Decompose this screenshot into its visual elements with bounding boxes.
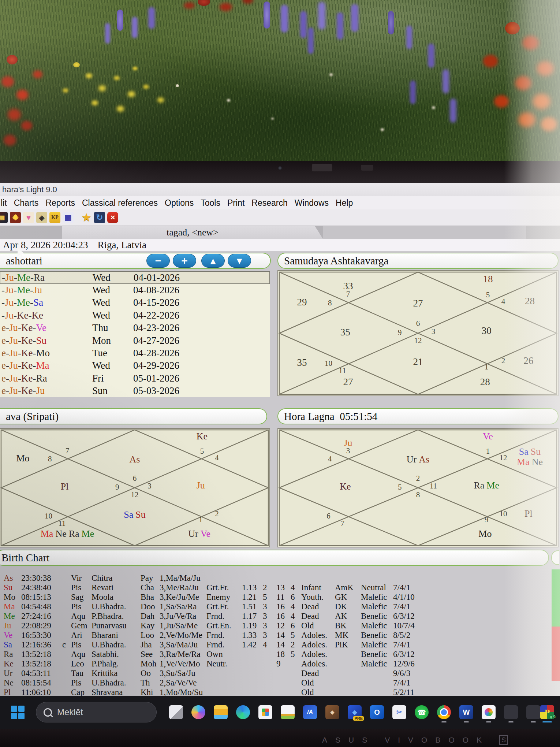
dasha-row[interactable]: e-Ju-Ke-MaWed04-29-2026 (0, 360, 270, 372)
menu-item-windows[interactable]: Windows (295, 198, 329, 208)
start-button[interactable] (10, 705, 25, 720)
dasha-row[interactable]: -Ju-Me-JuWed04-08-2026 (0, 284, 270, 296)
close-icon[interactable]: ✕ (107, 212, 118, 223)
dasha-row[interactable]: e-Ju-Ke-SuMon04-27-2026 (0, 334, 270, 347)
taskbar-search[interactable]: Meklēt (36, 702, 157, 722)
dasha-list[interactable]: -Ju-Me-RaWed04-01-2026-Ju-Me-JuWed04-08-… (0, 271, 270, 397)
edge-icon[interactable] (236, 705, 250, 719)
menu-item-tools[interactable]: Tools (201, 198, 220, 208)
birth-row-ra: Ra13:52:18AquSatabhi.See3,Ra/Me/RaOwn185… (0, 650, 432, 659)
dasha-row[interactable]: -Ju-Me-SaWed04-15-2026 (0, 297, 270, 309)
menu-item-help[interactable]: Help (336, 198, 353, 208)
pre-app-icon[interactable]: ◆PRE (348, 705, 362, 719)
side-meter-red-bar (552, 627, 560, 681)
dasha-day: Wed (92, 310, 133, 321)
menu-item-lit[interactable]: lit (1, 198, 7, 208)
house-10-value: 30 (482, 325, 492, 337)
purple-lupines-2 (264, 1, 270, 29)
taskbar-tray: P9.0127 (540, 705, 560, 719)
dasha-date: 05-03-2026 (133, 385, 270, 397)
chart-dark-icon[interactable]: ▦ (0, 212, 8, 223)
dasha-row[interactable]: e-Ju-Ke-VeThu04-23-2026 (0, 322, 270, 334)
house-7-sign: 8 (416, 490, 420, 499)
dasha-day: Wed (92, 360, 133, 371)
kp-icon[interactable]: KP (49, 212, 60, 223)
chrome-icon[interactable] (437, 705, 451, 719)
house-1-planets: As (128, 454, 141, 465)
box-app-icon[interactable]: ◆ (325, 705, 339, 719)
dasha-row[interactable]: -Ju-Me-RaWed04-01-2026 (0, 271, 270, 284)
house-11-planets: SaSuMaNe (516, 447, 544, 467)
house-8-sign: 9 (485, 515, 489, 524)
sripati-panel: ava (Sripati) 6As78Mo9Pl1011MaNeRaMe12Sa… (0, 408, 273, 548)
house-9-planets: Pl (523, 509, 534, 519)
purple-lupines-3 (388, 11, 394, 34)
parashara-taskbar-icon[interactable]: P9.0 (540, 705, 554, 719)
menu-item-options[interactable]: Options (165, 198, 194, 208)
pinned-app-icon[interactable] (526, 705, 540, 719)
red-poppies-left (7, 55, 18, 64)
store-icon[interactable] (258, 705, 272, 719)
house-6-sign: 7 (340, 519, 344, 528)
grid-chart-icon[interactable]: ▦ (63, 212, 74, 223)
dasha-day: Mon (92, 335, 133, 346)
dasha-date: 04-01-2026 (134, 272, 269, 283)
house-8-sign: 1 (199, 515, 203, 524)
snipping-tool-icon[interactable]: ✂ (392, 705, 406, 719)
white-flowers (176, 84, 179, 87)
menu-item-classical-references[interactable]: Classical references (82, 198, 158, 208)
photos-app-icon[interactable] (281, 705, 295, 719)
house-1-planets: UrAs (406, 454, 430, 465)
dasha-date: 04-15-2026 (133, 297, 270, 308)
slash-a-app-icon[interactable]: /A (303, 705, 317, 719)
word-icon[interactable]: W (459, 705, 473, 719)
house-1-sign: 2 (416, 474, 420, 483)
brand-maker: ASUS (322, 736, 375, 744)
window-titlebar[interactable]: hara's Light 9.0 (0, 183, 560, 196)
menu-bar: litChartsReportsClassical referencesOpti… (0, 196, 560, 209)
refresh-icon[interactable]: ↻ (94, 212, 105, 223)
outlook-icon[interactable]: O (370, 705, 384, 719)
starburst-icon[interactable]: ✹ (10, 212, 21, 223)
weave-icon[interactable]: ◈ (36, 212, 47, 223)
menu-item-print[interactable]: Print (227, 198, 244, 208)
chart-location: Riga, Latvia (98, 239, 146, 251)
side-meter-green-bar (552, 569, 560, 627)
chart-tab[interactable]: tagad, <new> (62, 226, 323, 239)
paint-app-icon[interactable] (482, 705, 496, 719)
menu-item-research[interactable]: Research (251, 198, 287, 208)
dasha-row[interactable]: e-Ju-Ke-RaFri05-01-2026 (0, 372, 270, 384)
dasha-row[interactable]: e-Ju-Ke-MoTue04-28-2026 (0, 347, 270, 359)
up-button[interactable]: ▲ (201, 254, 225, 268)
star-icon[interactable]: ★ (81, 212, 92, 223)
house-6-value: 27 (343, 376, 353, 387)
menu-item-charts[interactable]: Charts (14, 198, 39, 208)
pinned-app-icon[interactable] (504, 705, 518, 719)
dasha-date: 04-28-2026 (133, 348, 270, 359)
down-button[interactable]: ▼ (228, 254, 251, 268)
menu-item-reports[interactable]: Reports (45, 198, 75, 208)
dasha-row[interactable]: -Ju-Ke-KeWed04-22-2026 (0, 309, 270, 322)
zoom-out-button[interactable]: − (146, 254, 170, 268)
dasha-day: Thu (92, 322, 133, 334)
whatsapp-icon[interactable]: ☎ (415, 705, 429, 719)
dasha-buttons: −+▲▼ (146, 254, 251, 268)
birth-chart-panel: Birth Chart As23:30:38VirChitraPay1,Ma/M… (0, 550, 550, 695)
dasha-chain: -Ju-Ke-Ke (1, 310, 92, 321)
house-3-sign: 8 (328, 298, 332, 307)
task-view-icon[interactable] (169, 705, 183, 719)
copilot-icon[interactable] (191, 705, 205, 719)
house-10-planets: Ju (195, 480, 206, 491)
heart-icon[interactable]: ♥ (23, 212, 34, 223)
file-explorer-icon[interactable] (214, 705, 228, 719)
dasha-row[interactable]: e-Ju-Ke-JuSun05-03-2026 (0, 385, 270, 397)
toolbar: ▦✹♥◈KP▦★↻✕ (0, 209, 560, 226)
window-title: hara's Light 9.0 (2, 185, 57, 194)
dasha-date: 04-08-2026 (133, 285, 270, 296)
house-6-planets: MaNeRaMe (40, 529, 96, 539)
zoom-in-button[interactable]: + (173, 254, 196, 268)
sripati-title: ava (Sripati) (6, 410, 59, 423)
house-3-value: 29 (297, 297, 307, 308)
samudaya-header: Samudaya Ashtakavarga (277, 253, 559, 269)
side-meter-header (551, 550, 559, 565)
